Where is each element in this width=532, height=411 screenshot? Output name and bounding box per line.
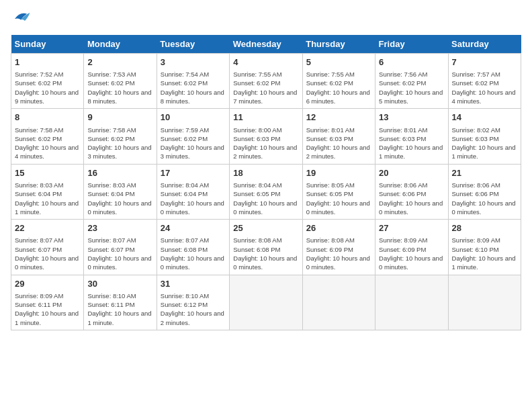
day-cell-7: 7Sunrise: 7:57 AMSunset: 6:02 PMDaylight… bbox=[448, 54, 521, 109]
day-number: 17 bbox=[161, 167, 226, 179]
day-cell-6: 6Sunrise: 7:56 AMSunset: 6:02 PMDaylight… bbox=[375, 54, 448, 109]
day-cell-16: 16Sunrise: 8:03 AMSunset: 6:04 PMDayligh… bbox=[84, 164, 157, 219]
day-info: Sunrise: 8:08 AMSunset: 6:09 PMDaylight:… bbox=[306, 236, 371, 271]
day-number: 5 bbox=[306, 56, 371, 68]
day-cell-27: 27Sunrise: 8:09 AMSunset: 6:09 PMDayligh… bbox=[375, 220, 448, 275]
weekday-header-saturday: Saturday bbox=[448, 35, 521, 54]
day-cell-20: 20Sunrise: 8:06 AMSunset: 6:06 PMDayligh… bbox=[375, 164, 448, 219]
day-cell-14: 14Sunrise: 8:02 AMSunset: 6:03 PMDayligh… bbox=[448, 109, 521, 164]
day-number: 31 bbox=[161, 278, 226, 290]
logo bbox=[11, 11, 34, 30]
week-row-3: 15Sunrise: 8:03 AMSunset: 6:04 PMDayligh… bbox=[11, 164, 521, 219]
day-info: Sunrise: 8:04 AMSunset: 6:04 PMDaylight:… bbox=[161, 181, 226, 216]
day-info: Sunrise: 7:59 AMSunset: 6:02 PMDaylight:… bbox=[161, 126, 226, 161]
day-info: Sunrise: 7:55 AMSunset: 6:02 PMDaylight:… bbox=[306, 70, 371, 105]
day-cell-11: 11Sunrise: 8:00 AMSunset: 6:03 PMDayligh… bbox=[230, 109, 302, 164]
day-info: Sunrise: 8:03 AMSunset: 6:04 PMDaylight:… bbox=[87, 181, 152, 216]
weekday-header-sunday: Sunday bbox=[11, 35, 84, 54]
day-info: Sunrise: 8:10 AMSunset: 6:12 PMDaylight:… bbox=[161, 291, 226, 327]
day-cell-22: 22Sunrise: 8:07 AMSunset: 6:07 PMDayligh… bbox=[11, 220, 84, 275]
day-number: 16 bbox=[87, 167, 152, 179]
weekday-header-wednesday: Wednesday bbox=[230, 35, 302, 54]
day-cell-10: 10Sunrise: 7:59 AMSunset: 6:02 PMDayligh… bbox=[157, 109, 229, 164]
day-cell-9: 9Sunrise: 7:58 AMSunset: 6:02 PMDaylight… bbox=[84, 109, 157, 164]
day-info: Sunrise: 8:01 AMSunset: 6:03 PMDaylight:… bbox=[379, 126, 444, 161]
day-number: 26 bbox=[306, 222, 371, 234]
day-info: Sunrise: 8:00 AMSunset: 6:03 PMDaylight:… bbox=[233, 126, 298, 161]
day-cell-5: 5Sunrise: 7:55 AMSunset: 6:02 PMDaylight… bbox=[302, 54, 375, 109]
day-info: Sunrise: 8:04 AMSunset: 6:05 PMDaylight:… bbox=[233, 181, 298, 216]
day-number: 1 bbox=[15, 56, 80, 68]
day-info: Sunrise: 7:57 AMSunset: 6:02 PMDaylight:… bbox=[452, 70, 517, 105]
day-cell-31: 31Sunrise: 8:10 AMSunset: 6:12 PMDayligh… bbox=[157, 275, 229, 330]
day-cell-28: 28Sunrise: 8:09 AMSunset: 6:10 PMDayligh… bbox=[448, 220, 521, 275]
empty-cell bbox=[302, 275, 375, 330]
day-number: 8 bbox=[15, 111, 80, 124]
weekday-header-monday: Monday bbox=[84, 35, 157, 54]
day-number: 19 bbox=[306, 167, 371, 179]
empty-cell bbox=[375, 275, 448, 330]
day-cell-21: 21Sunrise: 8:06 AMSunset: 6:06 PMDayligh… bbox=[448, 164, 521, 219]
day-info: Sunrise: 7:53 AMSunset: 6:02 PMDaylight:… bbox=[87, 70, 152, 105]
week-row-2: 8Sunrise: 7:58 AMSunset: 6:02 PMDaylight… bbox=[11, 109, 521, 164]
day-info: Sunrise: 8:08 AMSunset: 6:08 PMDaylight:… bbox=[233, 236, 298, 271]
day-cell-8: 8Sunrise: 7:58 AMSunset: 6:02 PMDaylight… bbox=[11, 109, 84, 164]
day-info: Sunrise: 7:58 AMSunset: 6:02 PMDaylight:… bbox=[15, 126, 80, 161]
day-info: Sunrise: 8:09 AMSunset: 6:11 PMDaylight:… bbox=[15, 291, 80, 327]
day-number: 10 bbox=[161, 111, 226, 124]
day-number: 13 bbox=[379, 111, 444, 124]
weekday-header-tuesday: Tuesday bbox=[157, 35, 229, 54]
weekday-header-row: SundayMondayTuesdayWednesdayThursdayFrid… bbox=[11, 35, 521, 54]
day-cell-29: 29Sunrise: 8:09 AMSunset: 6:11 PMDayligh… bbox=[11, 275, 84, 330]
day-info: Sunrise: 8:09 AMSunset: 6:09 PMDaylight:… bbox=[379, 236, 444, 271]
week-row-1: 1Sunrise: 7:52 AMSunset: 6:02 PMDaylight… bbox=[11, 54, 521, 109]
day-info: Sunrise: 7:52 AMSunset: 6:02 PMDaylight:… bbox=[15, 70, 80, 105]
day-cell-3: 3Sunrise: 7:54 AMSunset: 6:02 PMDaylight… bbox=[157, 54, 229, 109]
day-number: 30 bbox=[87, 278, 152, 290]
day-cell-4: 4Sunrise: 7:55 AMSunset: 6:02 PMDaylight… bbox=[230, 54, 302, 109]
day-info: Sunrise: 7:55 AMSunset: 6:02 PMDaylight:… bbox=[233, 70, 298, 105]
day-cell-15: 15Sunrise: 8:03 AMSunset: 6:04 PMDayligh… bbox=[11, 164, 84, 219]
week-row-5: 29Sunrise: 8:09 AMSunset: 6:11 PMDayligh… bbox=[11, 275, 521, 330]
day-number: 9 bbox=[87, 111, 152, 124]
day-info: Sunrise: 8:07 AMSunset: 6:07 PMDaylight:… bbox=[15, 236, 80, 271]
day-cell-17: 17Sunrise: 8:04 AMSunset: 6:04 PMDayligh… bbox=[157, 164, 229, 219]
empty-cell bbox=[448, 275, 521, 330]
day-cell-30: 30Sunrise: 8:10 AMSunset: 6:11 PMDayligh… bbox=[84, 275, 157, 330]
day-cell-24: 24Sunrise: 8:07 AMSunset: 6:08 PMDayligh… bbox=[157, 220, 229, 275]
day-number: 28 bbox=[452, 222, 517, 234]
day-cell-19: 19Sunrise: 8:05 AMSunset: 6:05 PMDayligh… bbox=[302, 164, 375, 219]
day-cell-23: 23Sunrise: 8:07 AMSunset: 6:07 PMDayligh… bbox=[84, 220, 157, 275]
day-info: Sunrise: 8:05 AMSunset: 6:05 PMDaylight:… bbox=[306, 181, 371, 216]
day-info: Sunrise: 8:03 AMSunset: 6:04 PMDaylight:… bbox=[15, 181, 80, 216]
day-number: 22 bbox=[15, 222, 80, 234]
day-number: 20 bbox=[379, 167, 444, 179]
weekday-header-thursday: Thursday bbox=[302, 35, 375, 54]
day-number: 7 bbox=[452, 56, 517, 68]
week-row-4: 22Sunrise: 8:07 AMSunset: 6:07 PMDayligh… bbox=[11, 220, 521, 275]
day-number: 4 bbox=[233, 56, 298, 68]
day-number: 6 bbox=[379, 56, 444, 68]
day-number: 12 bbox=[306, 111, 371, 124]
day-number: 18 bbox=[233, 167, 298, 179]
day-info: Sunrise: 8:07 AMSunset: 6:08 PMDaylight:… bbox=[161, 236, 226, 271]
day-number: 15 bbox=[15, 167, 80, 179]
day-cell-26: 26Sunrise: 8:08 AMSunset: 6:09 PMDayligh… bbox=[302, 220, 375, 275]
day-cell-18: 18Sunrise: 8:04 AMSunset: 6:05 PMDayligh… bbox=[230, 164, 302, 219]
day-info: Sunrise: 8:09 AMSunset: 6:10 PMDaylight:… bbox=[452, 236, 517, 271]
day-cell-1: 1Sunrise: 7:52 AMSunset: 6:02 PMDaylight… bbox=[11, 54, 84, 109]
day-info: Sunrise: 8:02 AMSunset: 6:03 PMDaylight:… bbox=[452, 126, 517, 161]
day-cell-2: 2Sunrise: 7:53 AMSunset: 6:02 PMDaylight… bbox=[84, 54, 157, 109]
day-number: 11 bbox=[233, 111, 298, 124]
day-info: Sunrise: 7:58 AMSunset: 6:02 PMDaylight:… bbox=[87, 126, 152, 161]
day-cell-13: 13Sunrise: 8:01 AMSunset: 6:03 PMDayligh… bbox=[375, 109, 448, 164]
weekday-header-friday: Friday bbox=[375, 35, 448, 54]
day-info: Sunrise: 8:10 AMSunset: 6:11 PMDaylight:… bbox=[87, 291, 152, 327]
day-info: Sunrise: 7:54 AMSunset: 6:02 PMDaylight:… bbox=[161, 70, 226, 105]
day-number: 29 bbox=[15, 278, 80, 290]
day-number: 3 bbox=[161, 56, 226, 68]
day-cell-25: 25Sunrise: 8:08 AMSunset: 6:08 PMDayligh… bbox=[230, 220, 302, 275]
day-info: Sunrise: 8:06 AMSunset: 6:06 PMDaylight:… bbox=[452, 181, 517, 216]
day-info: Sunrise: 8:07 AMSunset: 6:07 PMDaylight:… bbox=[87, 236, 152, 271]
empty-cell bbox=[230, 275, 302, 330]
